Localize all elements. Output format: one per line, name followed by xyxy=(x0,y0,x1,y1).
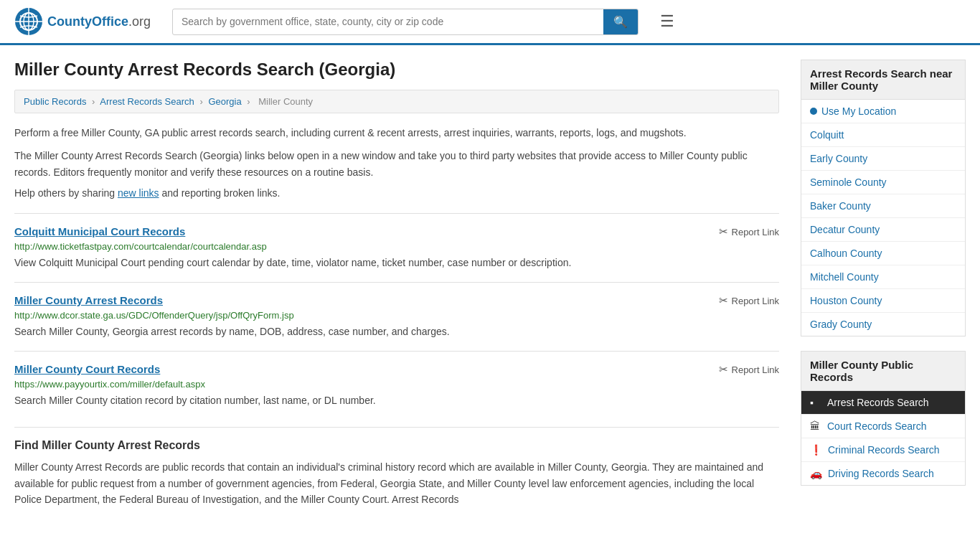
nearby-section: Arrest Records Search near Miller County… xyxy=(801,60,966,336)
search-bar: 🔍 xyxy=(172,9,639,35)
record-2-header: Miller County Arrest Records ✂ Report Li… xyxy=(14,294,779,307)
record-1-url[interactable]: http://www.ticketfastpay.com/courtcalend… xyxy=(14,241,779,252)
record-1-title[interactable]: Colquitt Municipal Court Records xyxy=(14,225,185,237)
pr-court-records[interactable]: 🏛 Court Records Search xyxy=(801,415,965,438)
record-3-header: Miller County Court Records ✂ Report Lin… xyxy=(14,363,779,376)
public-records-heading: Miller County Public Records xyxy=(801,351,966,391)
find-section: Find Miller County Arrest Records Miller… xyxy=(14,427,779,507)
pr-criminal-records[interactable]: ❗ Criminal Records Search xyxy=(801,438,965,462)
intro-p2: The Miller County Arrest Records Search … xyxy=(14,148,779,180)
record-2-url[interactable]: http://www.dcor.state.ga.us/GDC/Offender… xyxy=(14,310,779,321)
pr-arrest-records[interactable]: ▪ Arrest Records Search xyxy=(801,391,965,415)
menu-icon[interactable]: ☰ xyxy=(660,12,674,31)
nearby-early-county[interactable]: Early County xyxy=(801,147,965,171)
new-links[interactable]: new links xyxy=(118,187,159,199)
breadcrumb-public-records[interactable]: Public Records xyxy=(24,96,86,107)
nearby-seminole-county[interactable]: Seminole County xyxy=(801,171,965,194)
report-icon-3: ✂ xyxy=(719,363,728,376)
breadcrumb-current: Miller County xyxy=(258,96,313,107)
nearby-baker-county[interactable]: Baker County xyxy=(801,194,965,218)
record-3-report[interactable]: ✂ Report Link xyxy=(719,363,779,376)
nearby-mitchell-county[interactable]: Mitchell County xyxy=(801,265,965,289)
record-2-title[interactable]: Miller County Arrest Records xyxy=(14,294,163,306)
pr-driving-records[interactable]: 🚗 Driving Records Search xyxy=(801,462,965,485)
record-1-header: Colquitt Municipal Court Records ✂ Repor… xyxy=(14,225,779,238)
record-1: Colquitt Municipal Court Records ✂ Repor… xyxy=(14,213,779,282)
nearby-grady-county[interactable]: Grady County xyxy=(801,313,965,336)
report-icon-2: ✂ xyxy=(719,294,728,307)
nearby-decatur-county[interactable]: Decatur County xyxy=(801,218,965,242)
nearby-heading: Arrest Records Search near Miller County xyxy=(801,60,966,100)
public-records-list: ▪ Arrest Records Search 🏛 Court Records … xyxy=(801,391,966,486)
record-2-desc: Search Miller County, Georgia arrest rec… xyxy=(14,324,779,339)
court-icon: 🏛 xyxy=(810,420,821,432)
arrest-icon: ▪ xyxy=(810,397,821,408)
main-container: Miller County Arrest Records Search (Geo… xyxy=(0,45,980,522)
find-desc: Miller County Arrest Records are public … xyxy=(14,459,779,507)
public-records-section: Miller County Public Records ▪ Arrest Re… xyxy=(801,351,966,486)
record-3-desc: Search Miller County citation record by … xyxy=(14,393,779,408)
search-input[interactable] xyxy=(173,10,603,33)
record-2-report[interactable]: ✂ Report Link xyxy=(719,294,779,307)
pr-criminal-link[interactable]: Criminal Records Search xyxy=(828,444,940,456)
nearby-list: Use My Location Colquitt Early County Se… xyxy=(801,100,966,336)
breadcrumb-arrest-records[interactable]: Arrest Records Search xyxy=(100,96,194,107)
site-header: CountyOffice.org 🔍 ☰ xyxy=(0,0,980,45)
location-dot-icon xyxy=(810,108,817,115)
share-text: Help others by sharing new links and rep… xyxy=(14,187,779,199)
sidebar: Arrest Records Search near Miller County… xyxy=(801,60,966,507)
record-1-desc: View Colquitt Municipal Court pending co… xyxy=(14,255,779,270)
logo-area: CountyOffice.org xyxy=(14,7,158,36)
record-3-url[interactable]: https://www.payyourtix.com/miller/defaul… xyxy=(14,379,779,390)
search-button[interactable]: 🔍 xyxy=(603,9,638,34)
nearby-colquitt[interactable]: Colquitt xyxy=(801,123,965,147)
intro-p1: Perform a free Miller County, GA public … xyxy=(14,125,779,141)
record-2: Miller County Arrest Records ✂ Report Li… xyxy=(14,282,779,351)
criminal-icon: ❗ xyxy=(810,444,822,456)
use-location[interactable]: Use My Location xyxy=(801,100,965,123)
record-3-title[interactable]: Miller County Court Records xyxy=(14,363,160,375)
nearby-houston-county[interactable]: Houston County xyxy=(801,289,965,313)
use-location-link[interactable]: Use My Location xyxy=(821,105,896,117)
content-area: Miller County Arrest Records Search (Geo… xyxy=(14,60,779,507)
record-3: Miller County Court Records ✂ Report Lin… xyxy=(14,351,779,420)
logo-icon xyxy=(14,7,43,36)
nearby-calhoun-county[interactable]: Calhoun County xyxy=(801,242,965,265)
find-title: Find Miller County Arrest Records xyxy=(14,439,779,452)
logo-text: CountyOffice.org xyxy=(47,14,151,29)
pr-arrest-label: Arrest Records Search xyxy=(827,397,929,408)
pr-driving-link[interactable]: Driving Records Search xyxy=(828,468,934,479)
pr-court-link[interactable]: Court Records Search xyxy=(827,420,927,432)
breadcrumb: Public Records › Arrest Records Search ›… xyxy=(14,90,779,113)
report-icon-1: ✂ xyxy=(719,225,728,238)
page-title: Miller County Arrest Records Search (Geo… xyxy=(14,60,779,80)
breadcrumb-georgia[interactable]: Georgia xyxy=(208,96,241,107)
driving-icon: 🚗 xyxy=(810,468,822,479)
record-1-report[interactable]: ✂ Report Link xyxy=(719,225,779,238)
